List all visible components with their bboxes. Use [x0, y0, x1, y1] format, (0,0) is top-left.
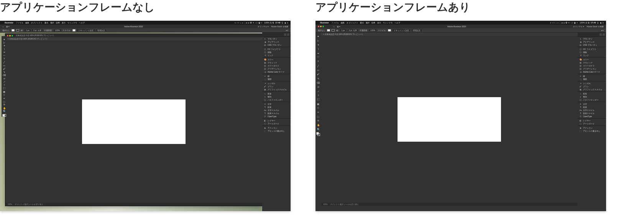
doc-setup-button[interactable]: ドキュメント設定: [393, 29, 410, 31]
app-name[interactable]: Illustrator: [320, 22, 329, 24]
tab-close-icon[interactable]: ×: [8, 38, 9, 40]
panel-item[interactable]: ≡プロパティ: [578, 37, 606, 40]
app-name[interactable]: Illustrator: [5, 22, 13, 24]
panel-collapse-icon[interactable]: [600, 33, 602, 36]
type-tool-icon[interactable]: T: [316, 60, 320, 63]
menu-item[interactable]: 書式: [44, 22, 48, 24]
free-transform-tool-icon[interactable]: ⛶: [2, 87, 6, 90]
panel-item[interactable]: ▣グラフィックスタイル: [262, 88, 291, 91]
workspace-switcher[interactable]: オリジナル ▾: [258, 25, 269, 28]
panel-collapse-icon[interactable]: [284, 33, 286, 36]
rectangle-tool-icon[interactable]: ▭: [316, 68, 320, 72]
stroke-weight-field[interactable]: 1 px: [25, 29, 30, 31]
panel-item[interactable]: ▶アクション: [262, 126, 291, 129]
menu-item[interactable]: ファイル: [16, 22, 23, 24]
panel-item[interactable]: ⬚アセットの書き出し: [578, 129, 606, 132]
panel-item[interactable]: ◎Adobe Color テーマ: [578, 70, 606, 73]
rotate-tool-icon[interactable]: ⟳: [2, 77, 6, 80]
rectangle-tool-icon[interactable]: ▭: [2, 64, 6, 67]
gradient-tool-icon[interactable]: ▦: [2, 90, 6, 93]
panel-item[interactable]: ▢アートボード: [262, 122, 291, 125]
eyedropper-tool-icon[interactable]: ⬯: [316, 106, 320, 110]
canvas[interactable]: [321, 36, 578, 203]
paintbrush-tool-icon[interactable]: 🖌: [2, 67, 6, 70]
panel-item[interactable]: ¶段落スタイル: [578, 112, 606, 115]
panel-item[interactable]: ≡整列: [262, 95, 291, 98]
stroke-swatch[interactable]: [332, 29, 335, 31]
tab-close-icon[interactable]: ×: [323, 33, 324, 35]
zoom-level[interactable]: 100%: [8, 203, 12, 205]
panel-item[interactable]: OOpenType: [578, 115, 606, 118]
rotate-tool-icon[interactable]: ⟳: [316, 85, 320, 89]
panel-item[interactable]: ⟐変形: [578, 92, 606, 95]
menu-item[interactable]: 効果: [371, 22, 375, 24]
panel-item[interactable]: 🖌ブラシ: [262, 85, 291, 88]
spotlight-icon[interactable]: Q: [282, 22, 283, 24]
brush-profile-field[interactable]: 3 pt. 丸筆: [348, 29, 358, 31]
spotlight-icon[interactable]: Q: [597, 22, 599, 24]
fill-stroke-control[interactable]: [316, 132, 320, 136]
prefs-button[interactable]: 環境設定: [412, 29, 422, 31]
control-menu-icon[interactable]: ▸≡: [601, 29, 604, 31]
workspace-switcher[interactable]: オリジナル ▾: [573, 25, 584, 28]
slice-tool-icon[interactable]: ⧉: [2, 103, 6, 106]
panel-item[interactable]: ¶段落: [578, 106, 606, 109]
blend-tool-icon[interactable]: ∞: [2, 97, 6, 100]
notification-center-icon[interactable]: ≡: [287, 22, 288, 24]
panel-item[interactable]: ▤CSS プロパティ: [578, 43, 606, 46]
stroke-swatch[interactable]: [16, 29, 19, 31]
panel-item[interactable]: Aa文字スタイル: [578, 109, 606, 112]
panel-item[interactable]: ◫CC ライブラリ: [262, 48, 291, 51]
panel-item[interactable]: ◫パスファインダー: [578, 98, 606, 101]
selection-tool-icon[interactable]: ▲: [316, 34, 320, 38]
direct-selection-tool-icon[interactable]: ▷: [316, 38, 320, 42]
minimize-icon[interactable]: [9, 35, 11, 36]
zoom-level[interactable]: 100%: [323, 203, 328, 205]
panel-item[interactable]: Aa文字スタイル: [262, 109, 291, 112]
zoom-icon[interactable]: [322, 26, 324, 27]
panel-item[interactable]: ◌透明: [262, 78, 291, 81]
magic-wand-tool-icon[interactable]: ✴: [2, 44, 6, 47]
eraser-tool-icon[interactable]: ⌫: [316, 81, 320, 84]
arrange-docs-button[interactable]: ▦ ▾: [337, 25, 340, 28]
artboard-tool-icon[interactable]: ▢: [2, 100, 6, 103]
adobe-stock-search[interactable]: Adobe Stock を検索: [586, 25, 604, 28]
menu-item[interactable]: 表示: [377, 22, 381, 24]
minimize-icon[interactable]: [320, 26, 322, 27]
stroke-weight-field[interactable]: 1 px: [340, 29, 346, 31]
paintbrush-tool-icon[interactable]: 🖌: [316, 72, 320, 76]
direct-selection-tool-icon[interactable]: ▷: [2, 41, 6, 44]
fill-stroke-control[interactable]: [2, 114, 6, 117]
opacity-field[interactable]: 100%: [369, 29, 376, 31]
curvature-tool-icon[interactable]: 〰: [316, 55, 320, 59]
panel-item[interactable]: ▤CSS プロパティ: [262, 43, 291, 46]
panel-item[interactable]: ◌透明: [578, 78, 606, 81]
panel-item[interactable]: ◫CC ライブラリ: [578, 48, 606, 51]
panel-item[interactable]: ✦シンボル: [578, 82, 606, 85]
panel-item[interactable]: ⓘ情報: [578, 51, 606, 54]
panel-item[interactable]: ▦スウォッチ: [262, 61, 291, 64]
artboard[interactable]: [82, 99, 186, 144]
panel-item[interactable]: ▢アートボード: [578, 122, 606, 125]
panel-item[interactable]: ◧レイヤー: [262, 119, 291, 122]
menu-item[interactable]: 効果: [56, 22, 60, 24]
zoom-tool-icon[interactable]: 🔍: [2, 110, 6, 113]
panel-item[interactable]: 🖌ブラシ: [578, 85, 606, 88]
panel-item[interactable]: ¶段落スタイル: [262, 112, 291, 115]
line-tool-icon[interactable]: ╱: [316, 64, 320, 68]
close-icon[interactable]: [7, 35, 8, 36]
fill-swatch[interactable]: [327, 29, 330, 31]
panel-item[interactable]: ≡線: [262, 74, 291, 78]
menu-item[interactable]: ヘルプ: [394, 22, 400, 24]
close-icon[interactable]: [318, 26, 319, 27]
panel-item[interactable]: ▥カラーガイド: [578, 64, 606, 67]
blend-tool-icon[interactable]: ∞: [316, 110, 320, 114]
panel-item[interactable]: ▶アクション: [578, 126, 606, 129]
zoom-tool-icon[interactable]: 🔍: [316, 127, 320, 131]
panel-item[interactable]: ⓘ情報: [262, 51, 291, 54]
panel-item[interactable]: ≡プロパティ: [262, 37, 291, 40]
menu-item[interactable]: ウィンドウ: [67, 22, 77, 24]
scale-tool-icon[interactable]: ⤢: [2, 80, 6, 83]
menu-item[interactable]: 書式: [360, 22, 364, 24]
eraser-tool-icon[interactable]: ⌫: [2, 74, 6, 77]
